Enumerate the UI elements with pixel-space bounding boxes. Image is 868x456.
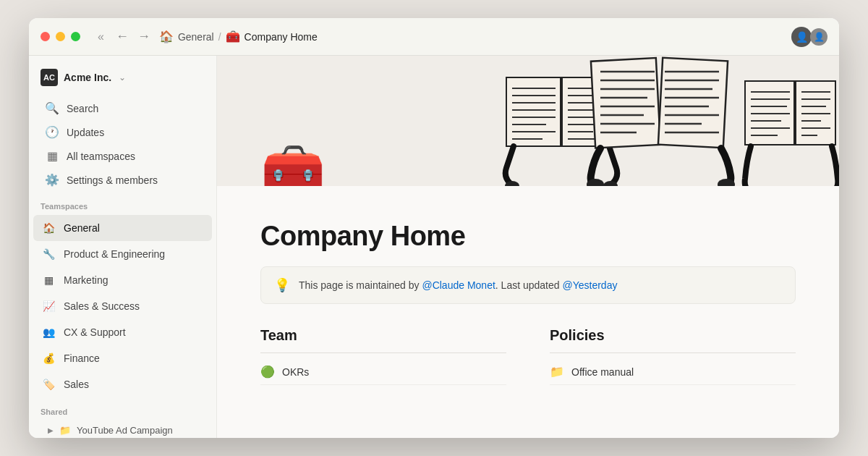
youtube-icon: 📁 — [59, 425, 71, 436]
banner-text: This page is maintained by @Claude Monet… — [299, 279, 617, 291]
all-teamspaces-icon: ▦ — [45, 149, 59, 163]
breadcrumb-page-title: Company Home — [244, 31, 318, 43]
content-body: Company Home 💡 This page is maintained b… — [217, 186, 839, 438]
settings-label: Settings & members — [67, 174, 158, 186]
okrs-icon: 🟢 — [260, 365, 275, 379]
traffic-lights — [41, 32, 80, 41]
header-image: 🧰 — [217, 56, 839, 186]
close-button[interactable] — [41, 32, 50, 41]
sections-row: Team 🟢 OKRs Policies 📁 Office manual — [260, 327, 796, 385]
team-okrs-item[interactable]: 🟢 OKRs — [260, 359, 506, 385]
sidebar-item-all-teamspaces[interactable]: ▦ All teamspaces — [33, 144, 212, 168]
briefcase-emoji: 🧰 — [260, 140, 326, 186]
workspace-name: Acme Inc. — [64, 72, 111, 83]
sidebar-item-settings[interactable]: ⚙️ Settings & members — [33, 168, 212, 192]
settings-icon: ⚙️ — [45, 173, 59, 187]
workspace-icon: AC — [41, 69, 58, 86]
content-area: 🧰 Company Home 💡 This page is maintained… — [217, 56, 839, 438]
sales-label: Sales — [64, 379, 89, 390]
office-manual-icon: 📁 — [550, 365, 564, 379]
finance-icon: 💰 — [41, 350, 56, 366]
team-section: Team 🟢 OKRs — [260, 327, 506, 385]
okrs-label: OKRs — [282, 366, 309, 378]
product-engineering-icon: 🔧 — [41, 246, 56, 262]
policies-section: Policies 📁 Office manual — [550, 327, 796, 385]
cx-support-label: CX & Support — [64, 326, 126, 338]
updates-label: Updates — [67, 127, 104, 138]
team-section-title: Team — [260, 327, 506, 344]
page-title: Company Home — [260, 221, 796, 252]
minimize-button[interactable] — [56, 32, 65, 41]
time-mention[interactable]: @Yesterday — [562, 279, 617, 291]
sidebar-item-marketing[interactable]: ▦ Marketing — [33, 267, 212, 293]
user-avatar-secondary[interactable]: 👤 — [810, 28, 827, 46]
sidebar-item-finance[interactable]: 💰 Finance — [33, 345, 212, 371]
user-area: 👤 👤 — [791, 27, 827, 47]
marketing-icon: ▦ — [41, 272, 56, 288]
shared-section-label: Shared — [29, 397, 216, 421]
workspace-selector[interactable]: AC Acme Inc. ⌄ — [29, 64, 216, 96]
titlebar: « ← → 🏠 General / 🧰 Company Home 👤 👤 — [29, 18, 839, 56]
sidebar-item-cx-support[interactable]: 👥 CX & Support — [33, 319, 212, 345]
team-divider — [260, 352, 506, 353]
general-label: General — [64, 222, 100, 234]
app-window: « ← → 🏠 General / 🧰 Company Home 👤 👤 — [29, 18, 839, 438]
header-illustration — [463, 56, 839, 186]
policies-section-title: Policies — [550, 327, 796, 344]
breadcrumb: 🏠 General / 🧰 Company Home — [159, 30, 318, 43]
sidebar-item-search[interactable]: 🔍 Search — [33, 96, 212, 120]
sidebar-toggle[interactable]: « — [98, 30, 104, 43]
forward-button[interactable]: → — [135, 28, 153, 46]
finance-label: Finance — [64, 352, 100, 364]
back-button[interactable]: ← — [113, 28, 132, 46]
office-manual-item[interactable]: 📁 Office manual — [550, 359, 796, 385]
marketing-label: Marketing — [64, 274, 108, 286]
expand-icon: ▶ — [48, 426, 54, 434]
product-engineering-label: Product & Engineering — [64, 248, 165, 260]
policies-divider — [550, 352, 796, 353]
sidebar-item-sales-success[interactable]: 📈 Sales & Success — [33, 293, 212, 319]
breadcrumb-separator: / — [218, 31, 221, 43]
workspace-chevron-icon: ⌄ — [119, 72, 126, 83]
nav-buttons: ← → — [113, 28, 153, 46]
author-mention[interactable]: @Claude Monet — [422, 279, 495, 291]
sidebar-item-updates[interactable]: 🕐 Updates — [33, 120, 212, 144]
sidebar-item-product-engineering[interactable]: 🔧 Product & Engineering — [33, 241, 212, 267]
sales-success-icon: 📈 — [41, 298, 56, 314]
teamspaces-section-label: Teamspaces — [29, 192, 216, 215]
search-label: Search — [67, 103, 98, 114]
general-icon: 🏠 — [41, 220, 56, 236]
all-teamspaces-label: All teamspaces — [67, 151, 135, 162]
sidebar-item-sales[interactable]: 🏷️ Sales — [33, 371, 212, 397]
office-manual-label: Office manual — [571, 366, 634, 378]
breadcrumb-general[interactable]: General — [178, 31, 214, 43]
sidebar-item-general[interactable]: 🏠 General — [33, 215, 212, 241]
updates-icon: 🕐 — [45, 125, 59, 139]
lightbulb-icon: 💡 — [274, 277, 290, 293]
youtube-label: YouTube Ad Campaign — [77, 425, 173, 436]
maximize-button[interactable] — [71, 32, 80, 41]
sidebar-item-youtube-ad-campaign[interactable]: ▶ 📁 YouTube Ad Campaign — [33, 421, 212, 438]
briefcase-icon: 🧰 — [226, 30, 240, 43]
maintenance-banner: 💡 This page is maintained by @Claude Mon… — [260, 266, 796, 304]
user-avatar-primary[interactable]: 👤 — [791, 27, 812, 47]
sales-success-label: Sales & Success — [64, 300, 140, 312]
breadcrumb-current: 🧰 Company Home — [226, 30, 318, 43]
sales-icon: 🏷️ — [41, 376, 56, 392]
home-icon: 🏠 — [159, 30, 174, 43]
cx-support-icon: 👥 — [41, 324, 56, 340]
sidebar: AC Acme Inc. ⌄ 🔍 Search 🕐 Updates ▦ All … — [29, 56, 217, 438]
search-icon: 🔍 — [45, 101, 59, 115]
main-layout: AC Acme Inc. ⌄ 🔍 Search 🕐 Updates ▦ All … — [29, 56, 839, 438]
